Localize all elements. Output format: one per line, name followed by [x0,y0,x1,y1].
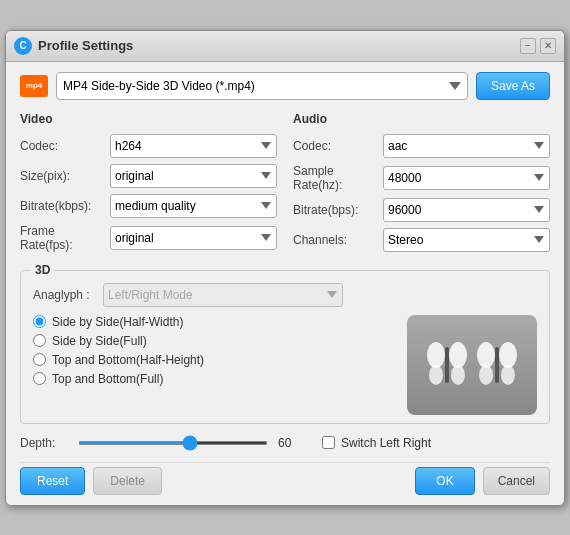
bottom-left-buttons: Reset Delete [20,467,162,495]
switch-checkbox-row: Switch Left Right [322,436,431,450]
video-size-label: Size(pix): [20,169,110,183]
threed-title: 3D [31,263,54,277]
svg-point-7 [499,342,517,368]
audio-samplerate-label: Sample Rate(hz): [293,164,383,192]
svg-point-3 [451,365,465,385]
ok-button[interactable]: OK [415,467,474,495]
radio-group: Side by Side(Half-Width) Side by Side(Fu… [33,315,395,415]
radio-row-1: Side by Side(Half-Width) [33,315,395,329]
svg-rect-9 [495,347,499,383]
bottom-row: Reset Delete OK Cancel [20,462,550,495]
delete-button[interactable]: Delete [93,467,162,495]
butterfly-right-icon [476,339,518,391]
svg-point-5 [477,342,495,368]
svg-point-0 [427,342,445,368]
radio-label-1: Side by Side(Half-Width) [52,315,183,329]
video-framerate-row: Frame Rate(fps): original [20,224,277,252]
svg-rect-4 [445,347,449,383]
video-title: Video [20,112,277,126]
audio-codec-row: Codec: aac [293,134,550,158]
depth-label: Depth: [20,436,68,450]
video-bitrate-row: Bitrate(kbps): medium quality [20,194,277,218]
radio-side-by-side-full[interactable] [33,334,46,347]
svg-point-6 [479,365,493,385]
anaglyph-label: Anaglyph : [33,288,103,302]
video-audio-section: Video Codec: h264 Size(pix): original Bi… [20,112,550,258]
radio-top-bottom-half[interactable] [33,353,46,366]
profile-select[interactable]: MP4 Side-by-Side 3D Video (*.mp4) [56,72,468,100]
svg-point-8 [501,365,515,385]
radio-label-2: Side by Side(Full) [52,334,147,348]
window-title: Profile Settings [38,38,133,53]
cancel-button[interactable]: Cancel [483,467,550,495]
depth-row: Depth: 60 Switch Left Right [20,436,550,450]
minimize-button[interactable]: − [520,38,536,54]
video-size-select[interactable]: original [110,164,277,188]
audio-samplerate-row: Sample Rate(hz): 48000 [293,164,550,192]
audio-channels-row: Channels: Stereo [293,228,550,252]
svg-point-1 [429,365,443,385]
audio-samplerate-select[interactable]: 48000 [383,166,550,190]
video-framerate-select[interactable]: original [110,226,277,250]
radio-side-by-side-half[interactable] [33,315,46,328]
video-bitrate-label: Bitrate(kbps): [20,199,110,213]
anaglyph-row: Anaglyph : Left/Right Mode [33,283,537,307]
video-codec-row: Codec: h264 [20,134,277,158]
video-section: Video Codec: h264 Size(pix): original Bi… [20,112,277,258]
mp4-icon: mp4 [20,75,48,97]
audio-bitrate-label: Bitrate(bps): [293,203,383,217]
audio-codec-label: Codec: [293,139,383,153]
depth-slider[interactable] [78,441,268,445]
titlebar-left: C Profile Settings [14,37,133,55]
switch-left-right-label: Switch Left Right [341,436,431,450]
video-bitrate-select[interactable]: medium quality [110,194,277,218]
svg-point-2 [449,342,467,368]
video-codec-label: Codec: [20,139,110,153]
threed-section: 3D Anaglyph : Left/Right Mode Side by Si… [20,270,550,424]
radio-row-4: Top and Bottom(Full) [33,372,395,386]
video-size-row: Size(pix): original [20,164,277,188]
profile-row: mp4 MP4 Side-by-Side 3D Video (*.mp4) Sa… [20,72,550,100]
threed-inner: Side by Side(Half-Width) Side by Side(Fu… [33,315,537,415]
save-as-button[interactable]: Save As [476,72,550,100]
preview-box [407,315,537,415]
audio-title: Audio [293,112,550,126]
audio-codec-select[interactable]: aac [383,134,550,158]
radio-top-bottom-full[interactable] [33,372,46,385]
butterfly-left-icon [426,339,468,391]
titlebar: C Profile Settings − ✕ [6,31,564,62]
video-framerate-label: Frame Rate(fps): [20,224,110,252]
profile-settings-window: C Profile Settings − ✕ mp4 MP4 Side-by-S… [5,30,565,506]
radio-row-2: Side by Side(Full) [33,334,395,348]
depth-value: 60 [278,436,302,450]
audio-channels-select[interactable]: Stereo [383,228,550,252]
anaglyph-select[interactable]: Left/Right Mode [103,283,343,307]
app-icon: C [14,37,32,55]
titlebar-controls: − ✕ [520,38,556,54]
radio-label-4: Top and Bottom(Full) [52,372,163,386]
reset-button[interactable]: Reset [20,467,85,495]
bottom-right-buttons: OK Cancel [415,467,550,495]
radio-label-3: Top and Bottom(Half-Height) [52,353,204,367]
audio-channels-label: Channels: [293,233,383,247]
audio-section: Audio Codec: aac Sample Rate(hz): 48000 … [293,112,550,258]
radio-row-3: Top and Bottom(Half-Height) [33,353,395,367]
audio-bitrate-select[interactable]: 96000 [383,198,550,222]
switch-left-right-checkbox[interactable] [322,436,335,449]
close-button[interactable]: ✕ [540,38,556,54]
video-codec-select[interactable]: h264 [110,134,277,158]
audio-bitrate-row: Bitrate(bps): 96000 [293,198,550,222]
